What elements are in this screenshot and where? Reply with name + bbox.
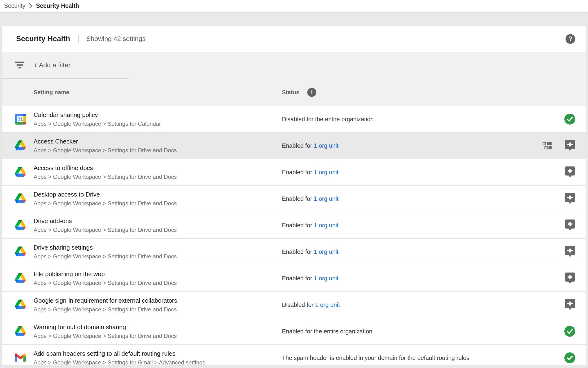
drive-icon [15,193,26,204]
calendar-icon: 31 [15,114,26,125]
status-cell: Enabled for 1 org unit [282,195,564,202]
table-row[interactable]: Warning for out of domain sharing Apps >… [2,318,586,345]
setting-path: Apps > Google Workspace > Settings for C… [34,120,282,127]
page-title: Security Health [16,35,70,43]
drive-icon [15,300,26,310]
row-indicators [564,272,575,285]
recommendation-flag-icon[interactable] [565,299,575,311]
row-indicators [564,219,575,231]
filter-icon [15,62,24,68]
table-row[interactable]: Desktop access to Drive Apps > Google Wo… [2,186,586,212]
status-cell: Disabled for 1 org unit [282,302,564,308]
org-unit-link[interactable]: 1 org unit [314,169,338,175]
recommendation-flag-icon[interactable] [565,219,575,231]
table-row[interactable]: Add spam headers setting to all default … [2,345,586,368]
org-unit-link[interactable]: 1 org unit [315,302,340,308]
app-icon-box [15,353,26,363]
status-text: The spam header is enabled in your domai… [282,355,469,361]
info-icon[interactable]: i [307,88,316,97]
setting-path: Apps > Google Workspace > Settings for D… [34,306,282,313]
status-ok-icon [564,326,575,337]
row-indicators [564,326,575,337]
add-filter-button[interactable]: + Add a filter [34,61,70,69]
row-indicators [564,299,575,311]
table-row[interactable]: Access Checker Apps > Google Workspace >… [2,133,586,159]
title-divider [78,35,79,43]
filter-and-header-band: + Add a filter Setting name Status i [2,52,586,106]
app-icon-box [15,140,26,151]
column-header-status: Status [282,89,299,96]
status-text: Disabled for [282,302,315,308]
app-icon-box [15,167,26,178]
recommendation-flag-icon[interactable] [565,166,575,178]
breadcrumb-current-page: Security Health [36,2,79,9]
org-unit-link[interactable]: 1 org unit [314,142,338,149]
org-unit-link[interactable]: 1 org unit [314,195,338,202]
setting-title: Access Checker [34,137,282,145]
filter-bar: + Add a filter [2,52,586,78]
table-row[interactable]: File publishing on the web Apps > Google… [2,265,586,292]
setting-path: Apps > Google Workspace > Settings for D… [34,200,282,207]
settings-count: Showing 42 settings [86,35,146,43]
org-unit-link[interactable]: 1 org unit [314,248,338,255]
setting-title: Add spam headers setting to all default … [34,350,282,358]
setting-path: Apps > Google Workspace > Settings for D… [34,173,282,180]
setting-name-cell: Add spam headers setting to all default … [34,350,282,366]
drive-icon [15,273,26,284]
status-ok-icon [564,114,575,125]
recommendation-flag-icon[interactable] [565,272,575,285]
setting-title: Google sign-in requirement for external … [34,296,282,304]
setting-name-cell: Warning for out of domain sharing Apps >… [34,323,282,340]
table-row[interactable]: Drive add-ons Apps > Google Workspace > … [2,212,586,239]
status-cell: Enabled for 1 org unit [282,248,564,255]
setting-title: Drive sharing settings [34,243,282,251]
setting-name-cell: Google sign-in requirement for external … [34,296,282,313]
status-text: Enabled for [282,222,314,229]
app-icon-box [15,326,26,337]
row-indicators [564,114,575,125]
org-unit-link[interactable]: 1 org unit [314,222,338,229]
setting-title: Calendar sharing policy [34,111,282,119]
security-health-card: Security Health Showing 42 settings ? + … [2,26,586,368]
setting-name-cell: Calendar sharing policy Apps > Google Wo… [34,111,282,127]
setting-title: Desktop access to Drive [34,190,282,198]
chevron-right-icon [29,3,32,9]
settings-list: 31 Calendar sharing policy Apps > Google… [2,106,586,368]
app-icon-box [15,300,26,310]
setting-name-cell: Access Checker Apps > Google Workspace >… [34,137,282,154]
status-text: Enabled for [282,142,314,149]
breadcrumb: Security Security Health [0,0,588,12]
status-cell: Enabled for 1 org unit [282,222,564,229]
status-ok-icon [564,352,575,363]
help-glyph: ? [568,35,572,43]
table-row[interactable]: 31 Calendar sharing policy Apps > Google… [2,106,586,133]
setting-title: Access to offline docs [34,164,282,172]
table-row[interactable]: Google sign-in requirement for external … [2,292,586,318]
org-units-icon [543,142,552,149]
setting-title: Warning for out of domain sharing [34,323,282,331]
help-icon[interactable]: ? [566,34,575,44]
org-unit-link[interactable]: 1 org unit [314,275,338,282]
drive-icon [15,326,26,337]
table-row[interactable]: Drive sharing settings Apps > Google Wor… [2,239,586,265]
app-icon-box [15,247,26,257]
app-icon-box [15,220,26,231]
recommendation-flag-icon[interactable] [565,246,575,258]
card-header: Security Health Showing 42 settings ? [2,26,586,52]
row-indicators [564,246,575,258]
setting-title: File publishing on the web [34,270,282,278]
status-cell: Enabled for 1 org unit [282,275,564,282]
drive-icon [15,140,26,151]
breadcrumb-security-link[interactable]: Security [4,2,25,9]
table-row[interactable]: Access to offline docs Apps > Google Wor… [2,159,586,186]
status-text: Enabled for [282,169,314,175]
setting-name-cell: Desktop access to Drive Apps > Google Wo… [34,190,282,207]
setting-path: Apps > Google Workspace > Settings for D… [34,279,282,286]
column-header-setting-name: Setting name [34,89,69,96]
recommendation-flag-icon[interactable] [565,140,575,152]
status-text: Disabled for the entire organization [282,116,374,122]
setting-path: Apps > Google Workspace > Settings for D… [34,147,282,154]
bottom-cutoff-strip [0,365,588,368]
status-text: Enabled for [282,275,314,282]
recommendation-flag-icon[interactable] [565,193,575,205]
